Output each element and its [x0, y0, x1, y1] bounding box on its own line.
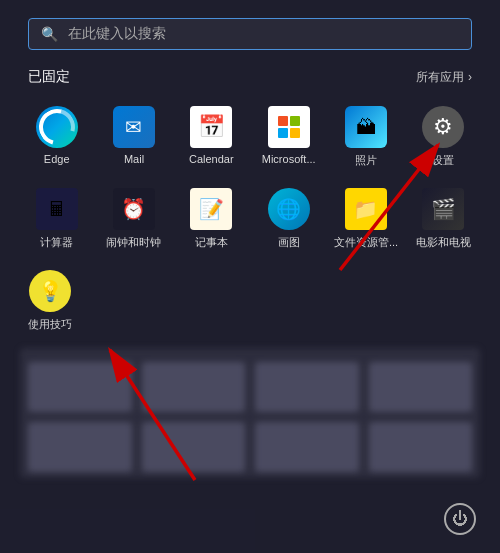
- blur-item-6: [142, 422, 246, 472]
- blur-item-7: [255, 422, 359, 472]
- apps-grid-row1: Edge Mail Calendar Microsoft... 照片: [0, 100, 500, 174]
- all-apps-label: 所有应用: [416, 69, 464, 86]
- tips-icon: [29, 270, 71, 312]
- blur-item-2: [142, 362, 246, 412]
- notepad-icon: [190, 188, 232, 230]
- mail-label: Mail: [124, 153, 144, 165]
- apps-grid-row3: 使用技巧: [0, 264, 500, 338]
- explorer-icon: [345, 188, 387, 230]
- apps-grid-row2: 计算器 闹钟和时钟 记事本 画图 文件资源管... 电影和电视: [0, 182, 500, 256]
- paint-label: 画图: [278, 235, 300, 250]
- app-tips[interactable]: 使用技巧: [20, 264, 80, 338]
- movies-icon: [422, 188, 464, 230]
- app-calendar[interactable]: Calendar: [175, 100, 248, 174]
- app-notepad[interactable]: 记事本: [175, 182, 248, 256]
- blur-item-1: [28, 362, 132, 412]
- tips-label: 使用技巧: [28, 317, 72, 332]
- settings-label: 设置: [432, 153, 454, 168]
- calculator-icon: [36, 188, 78, 230]
- all-apps-arrow: ›: [468, 70, 472, 84]
- photos-icon: [345, 106, 387, 148]
- movies-label: 电影和电视: [416, 235, 471, 250]
- clock-label: 闹钟和时钟: [106, 235, 161, 250]
- app-paint[interactable]: 画图: [252, 182, 325, 256]
- calendar-label: Calendar: [189, 153, 234, 165]
- photos-label: 照片: [355, 153, 377, 168]
- edge-icon: [36, 106, 78, 148]
- section-header: 已固定 所有应用 ›: [0, 68, 500, 86]
- paint-icon: [268, 188, 310, 230]
- calculator-label: 计算器: [40, 235, 73, 250]
- blur-item-3: [255, 362, 359, 412]
- settings-icon: [422, 106, 464, 148]
- start-menu: 🔍 在此键入以搜索 已固定 所有应用 › Edge Mail Calendar: [0, 0, 500, 553]
- all-apps-link[interactable]: 所有应用 ›: [416, 69, 472, 86]
- app-photos[interactable]: 照片: [329, 100, 402, 174]
- calendar-icon: [190, 106, 232, 148]
- pinned-title: 已固定: [28, 68, 70, 86]
- app-movies[interactable]: 电影和电视: [407, 182, 480, 256]
- app-store[interactable]: Microsoft...: [252, 100, 325, 174]
- blur-item-5: [28, 422, 132, 472]
- mail-icon: [113, 106, 155, 148]
- app-mail[interactable]: Mail: [97, 100, 170, 174]
- clock-icon: [113, 188, 155, 230]
- store-label: Microsoft...: [262, 153, 316, 165]
- edge-label: Edge: [44, 153, 70, 165]
- app-clock[interactable]: 闹钟和时钟: [97, 182, 170, 256]
- power-icon: ⏻: [452, 510, 468, 528]
- recommended-section: [20, 348, 480, 478]
- app-calculator[interactable]: 计算器: [20, 182, 93, 256]
- blur-item-4: [369, 362, 473, 412]
- app-settings[interactable]: 设置: [407, 100, 480, 174]
- power-button[interactable]: ⏻: [444, 503, 476, 535]
- store-icon: [268, 106, 310, 148]
- app-edge[interactable]: Edge: [20, 100, 93, 174]
- search-placeholder: 在此键入以搜索: [68, 25, 166, 43]
- search-bar[interactable]: 🔍 在此键入以搜索: [28, 18, 472, 50]
- notepad-label: 记事本: [195, 235, 228, 250]
- app-explorer[interactable]: 文件资源管...: [329, 182, 402, 256]
- explorer-label: 文件资源管...: [334, 235, 398, 250]
- search-icon: 🔍: [41, 26, 58, 42]
- blur-item-8: [369, 422, 473, 472]
